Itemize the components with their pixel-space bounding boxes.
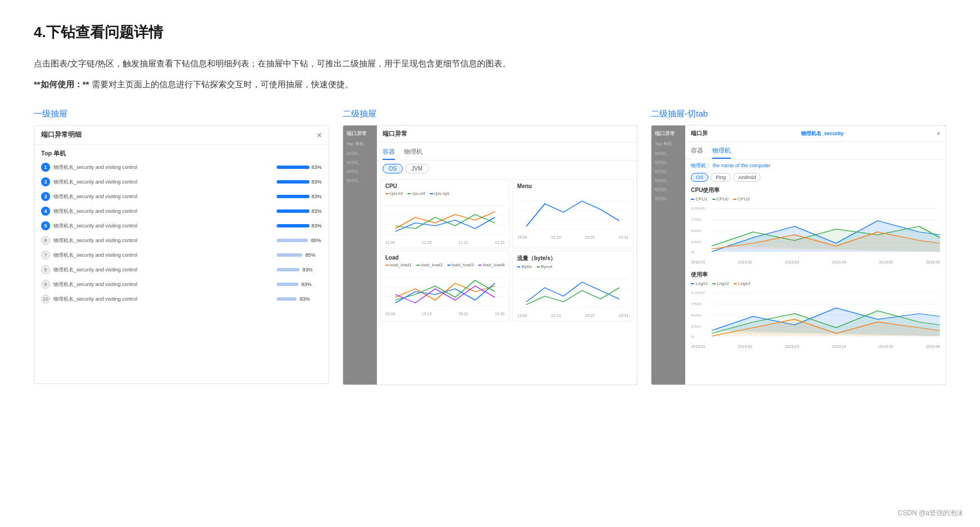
panel-2-inner: 端口异常 容器 物理机 OS JVM CPU <box>377 126 637 385</box>
p2-sub-tabs: OS JVM <box>377 160 637 177</box>
svg-text:500: 500 <box>691 314 702 318</box>
item-number: 4 <box>41 207 50 216</box>
item-text: 物理机名_security and visiting control <box>53 296 273 303</box>
footer: CSDN @a坚强的泡沫 <box>898 508 963 518</box>
drawer-1-top-label: Top 单机 <box>34 145 329 160</box>
svg-text:750: 750 <box>691 302 702 306</box>
legend-dot-load3 <box>447 265 451 266</box>
p2-subtab-os[interactable]: OS <box>383 164 403 173</box>
legend-label-cpu-int: cpu.int <box>390 191 403 196</box>
list-item: 4物理机名_security and visiting control83% <box>34 204 329 218</box>
legend-cpu-iof: cpu.iof <box>407 191 425 196</box>
p3-cpu-chart-container: 1000 750 500 250 0 <box>685 203 946 260</box>
item-number: 2 <box>41 177 50 186</box>
p2-tab-container[interactable]: 容器 <box>383 146 395 160</box>
item-percent: 83% <box>312 208 322 214</box>
item-text: 物理机名_security and visiting control <box>53 193 273 200</box>
p3-ostab-os[interactable]: OS <box>691 173 708 182</box>
list-item: 6物理机名_security and visiting control85% <box>34 233 329 248</box>
list-item: 9物理机名_security and visiting control83% <box>34 277 329 292</box>
p3-cpu-chart-svg: 1000 750 500 250 0 <box>691 204 940 254</box>
item-number: 7 <box>41 251 50 260</box>
item-percent: 85% <box>304 252 316 258</box>
p2-chart-menu: Menu 15:04 15:13 15:20 <box>512 179 633 248</box>
item-percent: 83% <box>312 179 322 185</box>
item-bar <box>277 239 308 242</box>
description-1: 点击图表/文字链/热区，触发抽屉查看下钻信息和明细列表；在抽屉中下钻，可推出二级… <box>34 56 946 71</box>
legend-dot-p3-cpu3 <box>733 199 736 200</box>
item-bar-wrap: 83% <box>277 194 322 199</box>
item-bar-wrap: 83% <box>277 282 322 287</box>
p3-usage-chart-container: 1000 750 500 250 0 <box>685 287 946 345</box>
legend-dot-cpu-iof <box>407 193 411 194</box>
item-text: 物理机名_security and visiting control <box>53 237 273 244</box>
item-bar-wrap: 83% <box>277 208 322 214</box>
legend-dot-p3-logs1 <box>691 283 694 284</box>
item-bar-wrap: 83% <box>277 267 322 273</box>
p2-subtab-jvm[interactable]: JVM <box>405 164 429 173</box>
legend-label-cpu-iof: cpu.iof <box>412 191 425 196</box>
legend-load1: load_load1 <box>385 262 412 267</box>
panel-1-list: 1物理机名_security and visiting control83%2物… <box>34 160 329 306</box>
p2-traffic-title: 流量（byte/s） <box>517 254 628 262</box>
list-item: 2物理机名_security and visiting control83% <box>34 175 329 189</box>
p3-ostab-ping[interactable]: Ping <box>711 173 731 182</box>
item-percent: 83% <box>302 267 313 273</box>
p3-title-left: 端口异 <box>691 129 708 137</box>
legend-dot-cpu-sys <box>430 193 433 194</box>
p2-load-legend: load_load1 load_load2 load_load3 <box>385 262 505 267</box>
panels-container: 一级抽屉 端口异常明细 × Top 单机 1物理机名_security and … <box>34 109 946 385</box>
p3-cpu-section-title: CPU使用率 <box>685 184 946 195</box>
description-2: **如何使用：** 需要对主页面上的信息进行下钻探索交互时，可使用抽屉，快速便捷… <box>34 77 946 92</box>
p3-usage-legend: Logs1 Logs2 Logs3 <box>685 280 946 287</box>
p3-tab-container[interactable]: 容器 <box>691 145 703 159</box>
item-bar-wrap: 85% <box>277 238 322 243</box>
legend-p3-logs2: Logs2 <box>712 281 729 286</box>
item-bar <box>277 180 309 184</box>
item-bar <box>277 209 309 213</box>
item-bar-wrap: 83% <box>277 164 322 170</box>
p3-ostab-android[interactable]: Android <box>733 173 761 182</box>
legend-bytout: Byout <box>537 264 552 269</box>
item-number: 5 <box>41 221 50 230</box>
legend-label-cpu-sys: cpu.sys <box>434 191 449 196</box>
svg-text:0: 0 <box>691 335 694 339</box>
item-bar-wrap: 85% <box>277 252 322 258</box>
p2-menu-title: Menu <box>517 183 628 189</box>
panel-1-label: 一级抽屉 <box>34 109 329 119</box>
list-item: 7物理机名_security and visiting control85% <box>34 248 329 262</box>
p3-close-icon[interactable]: × <box>937 131 940 137</box>
svg-text:250: 250 <box>691 325 702 329</box>
p3-usage-xaxis: 2019:01 2019:02 2019:03 2019:04 2019:05 … <box>685 345 946 349</box>
panel-2: 二级抽屉 端口异常 Top 单机 物理机... 物理机... 物理机... 物理… <box>343 109 638 385</box>
legend-dot-bytin <box>517 266 520 267</box>
legend-load4: load_load4 <box>478 262 505 267</box>
p2-tab-physical[interactable]: 物理机 <box>404 146 422 160</box>
item-percent: 83% <box>312 223 322 229</box>
p2-traffic-legend: BytIn Byout <box>517 264 628 269</box>
legend-dot-cpu-int <box>385 193 389 194</box>
drawer-1-close[interactable]: × <box>317 131 321 140</box>
p2-header: 端口异常 <box>377 126 637 142</box>
item-text: 物理机名_security and visiting control <box>53 208 273 215</box>
item-bar <box>277 297 296 301</box>
desc2-bold: **如何使用：** <box>34 79 89 89</box>
item-number: 10 <box>41 294 50 303</box>
p3-usage-section-title: 使用率 <box>685 269 946 280</box>
p2-chart-cpu: CPU cpu.int cpu.iof <box>380 179 510 248</box>
p2-load-xaxis: 15:04 15:13 15:22 15:31 <box>385 312 505 316</box>
p3-usage-chart-svg: 1000 750 500 250 0 <box>691 288 940 339</box>
svg-text:1000: 1000 <box>691 291 705 295</box>
p2-chart-load: Load load_load1 load_load2 <box>380 251 510 321</box>
legend-dot-p3-cpu1 <box>691 199 694 200</box>
legend-dot-p3-cpu0 <box>712 199 716 200</box>
drawer-1-title: 端口异常明细 <box>41 130 82 140</box>
p2-title: 端口异常 <box>383 129 407 138</box>
item-number: 3 <box>41 192 50 201</box>
p3-tab-physical[interactable]: 物理机 <box>712 145 731 159</box>
legend-cpu-sys: cpu.sys <box>430 191 449 196</box>
p2-traffic-xaxis: 13:04 16:13 15:22 15:31 <box>517 314 628 318</box>
p2-load-title: Load <box>385 254 505 261</box>
svg-text:1000: 1000 <box>691 207 705 211</box>
footer-text: CSDN @a坚强的泡沫 <box>898 509 963 517</box>
